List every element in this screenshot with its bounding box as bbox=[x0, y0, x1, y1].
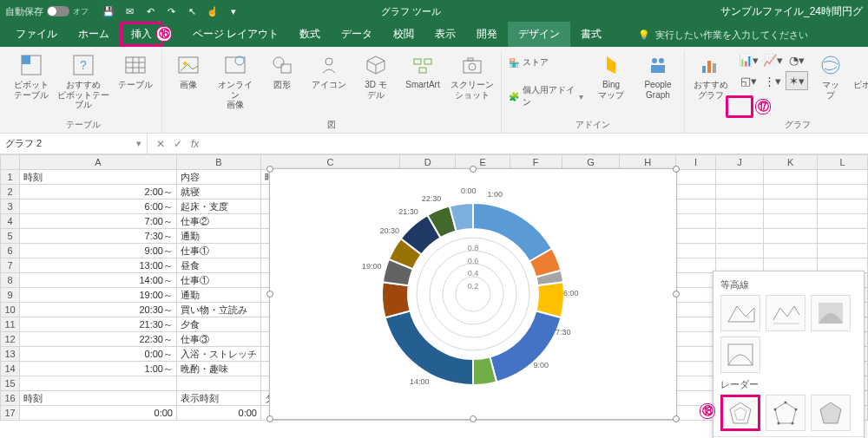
cell[interactable] bbox=[675, 273, 715, 288]
cell[interactable]: 買い物・立読み bbox=[176, 303, 260, 317]
select-all-corner[interactable] bbox=[1, 155, 20, 170]
cell[interactable] bbox=[818, 214, 868, 229]
tab-data[interactable]: データ bbox=[331, 22, 383, 47]
cell[interactable] bbox=[818, 170, 868, 185]
cell[interactable] bbox=[764, 229, 818, 244]
cell[interactable] bbox=[715, 199, 763, 214]
row-header[interactable]: 12 bbox=[1, 332, 20, 347]
cell[interactable] bbox=[675, 258, 715, 273]
cell[interactable]: 19:00～ bbox=[20, 288, 177, 303]
row-header[interactable]: 7 bbox=[1, 258, 20, 273]
col-header[interactable]: D bbox=[399, 155, 456, 170]
cell[interactable] bbox=[675, 244, 715, 258]
cell[interactable]: 時刻 bbox=[20, 170, 177, 185]
bing-maps-button[interactable]: Bingマップ bbox=[590, 50, 632, 100]
store-button[interactable]: 🏪ストア bbox=[507, 56, 585, 69]
pivot-table-button[interactable]: ピボットテーブル bbox=[10, 50, 52, 100]
col-header[interactable]: E bbox=[456, 155, 510, 170]
tell-me[interactable]: 💡 実行したい作業を入力してください bbox=[629, 23, 817, 47]
resize-handle[interactable] bbox=[266, 291, 273, 297]
tab-review[interactable]: 校閲 bbox=[383, 22, 424, 47]
chart-stat-button[interactable]: ⋮▾ bbox=[761, 71, 784, 90]
cell[interactable] bbox=[818, 185, 868, 199]
col-header[interactable]: B bbox=[176, 155, 260, 170]
cell[interactable] bbox=[818, 244, 868, 258]
maps-button[interactable]: マップ bbox=[813, 50, 848, 100]
cell[interactable]: 21:30～ bbox=[20, 317, 177, 332]
cell[interactable]: 仕事① bbox=[176, 273, 260, 288]
cell[interactable]: 0:00～ bbox=[20, 347, 177, 362]
chart-hier-button[interactable]: ◱▾ bbox=[737, 71, 760, 90]
cell[interactable]: 1:00～ bbox=[20, 362, 177, 376]
icons-button[interactable]: アイコン bbox=[308, 50, 350, 90]
col-header[interactable]: C bbox=[260, 155, 399, 170]
redo-icon[interactable]: ↷ bbox=[163, 6, 179, 17]
formula-input[interactable] bbox=[207, 134, 868, 154]
cell[interactable] bbox=[675, 362, 715, 376]
radar-filled-thumb[interactable] bbox=[811, 395, 851, 431]
cell[interactable]: 6:00～ bbox=[20, 199, 177, 214]
col-header[interactable]: H bbox=[620, 155, 676, 170]
cell[interactable]: 22:30～ bbox=[20, 332, 177, 347]
row-header[interactable]: 17 bbox=[1, 406, 20, 421]
row-header[interactable]: 14 bbox=[1, 362, 20, 376]
cell[interactable] bbox=[675, 332, 715, 347]
contour-top-thumb[interactable] bbox=[811, 295, 851, 331]
recommend-chart-button[interactable]: おすすめグラフ bbox=[690, 50, 732, 100]
cursor-icon[interactable]: ↖ bbox=[184, 6, 200, 17]
cell[interactable]: 晩酌・趣味 bbox=[176, 362, 260, 376]
screenshot-button[interactable]: スクリーンショット bbox=[449, 50, 496, 100]
chart-object[interactable]: 0.2 0.4 0.6 0.8 0:001:006:007:309:0014:0… bbox=[269, 168, 677, 420]
cell[interactable] bbox=[675, 317, 715, 332]
tab-view[interactable]: 表示 bbox=[424, 22, 466, 47]
cell[interactable] bbox=[675, 376, 715, 391]
col-header[interactable]: A bbox=[20, 155, 177, 170]
radar-markers-thumb[interactable] bbox=[766, 395, 806, 431]
cell[interactable]: 入浴・ストレッチ bbox=[176, 347, 260, 362]
row-header[interactable]: 1 bbox=[1, 170, 20, 185]
cell[interactable]: 時刻 bbox=[20, 391, 177, 406]
cell[interactable]: 内容 bbox=[176, 170, 260, 185]
cell[interactable]: 仕事① bbox=[176, 244, 260, 258]
chart-line-button[interactable]: 📈▾ bbox=[761, 50, 784, 69]
cell[interactable] bbox=[675, 347, 715, 362]
cell[interactable] bbox=[715, 244, 763, 258]
tab-file[interactable]: ファイル bbox=[5, 22, 68, 47]
contour-top-wire-thumb[interactable] bbox=[720, 337, 760, 373]
cell[interactable] bbox=[715, 229, 763, 244]
cell[interactable]: 仕事③ bbox=[176, 332, 260, 347]
save-icon[interactable]: 💾 bbox=[101, 6, 116, 17]
tab-design[interactable]: デザイン bbox=[508, 22, 570, 47]
cell[interactable] bbox=[764, 185, 818, 199]
cell[interactable] bbox=[715, 170, 763, 185]
resize-handle[interactable] bbox=[266, 166, 273, 173]
cell[interactable] bbox=[715, 214, 763, 229]
col-header[interactable]: K bbox=[764, 155, 818, 170]
cell[interactable]: 起床・支度 bbox=[176, 199, 260, 214]
resize-handle[interactable] bbox=[470, 415, 477, 422]
cell[interactable] bbox=[818, 199, 868, 214]
cell[interactable]: 昼食 bbox=[176, 258, 260, 273]
enter-icon[interactable]: ✓ bbox=[174, 138, 182, 150]
cell[interactable] bbox=[675, 229, 715, 244]
shapes-button[interactable]: 図形 bbox=[261, 50, 303, 90]
tab-formulas[interactable]: 数式 bbox=[289, 22, 331, 47]
cell[interactable]: 2:00～ bbox=[20, 185, 177, 199]
cell[interactable]: 0:00 bbox=[20, 406, 177, 421]
chart-column-button[interactable]: 📊▾ bbox=[737, 50, 760, 69]
cell[interactable]: 20:30～ bbox=[20, 303, 177, 317]
cell[interactable]: 9:00～ bbox=[20, 244, 177, 258]
col-header[interactable]: I bbox=[675, 155, 715, 170]
table-button[interactable]: テーブル bbox=[115, 50, 156, 90]
3dmodel-button[interactable]: 3D モデル bbox=[355, 50, 397, 100]
cell[interactable] bbox=[675, 170, 715, 185]
cell[interactable]: 通勤 bbox=[176, 229, 260, 244]
qat-more-icon[interactable]: ▾ bbox=[226, 6, 241, 17]
tab-home[interactable]: ホーム bbox=[68, 22, 120, 47]
cell[interactable]: 通勤 bbox=[176, 288, 260, 303]
autosave-toggle[interactable]: 自動保存 オフ bbox=[5, 5, 89, 18]
cell[interactable] bbox=[675, 199, 715, 214]
cell[interactable]: 13:00～ bbox=[20, 258, 177, 273]
cell[interactable]: 表示時刻 bbox=[176, 391, 260, 406]
row-header[interactable]: 6 bbox=[1, 244, 20, 258]
